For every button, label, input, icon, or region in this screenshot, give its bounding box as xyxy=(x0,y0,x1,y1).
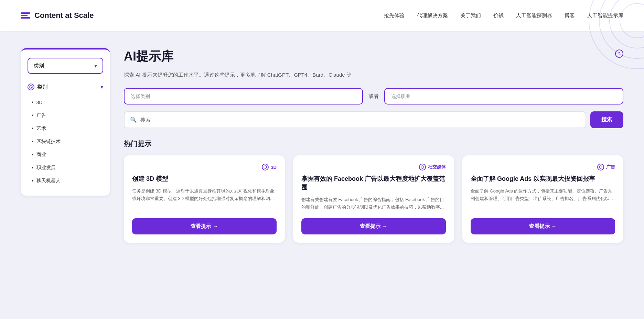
sidebar-item-chatbot[interactable]: 聊天机器人 xyxy=(32,174,103,187)
sidebar-item-career[interactable]: 职业发展 xyxy=(32,161,103,174)
card-3-tag: 广告 xyxy=(471,164,615,170)
card-1-desc: 任务是创建 3D 模型，这对于以逼真且身临其境的方式可视化和模拟对象或环境非常重… xyxy=(132,187,277,211)
nav-about[interactable]: 关于我们 xyxy=(460,12,481,19)
page-title: AI提示库 xyxy=(124,48,173,65)
category-select[interactable]: 选择类别 xyxy=(124,88,363,104)
main-container: 类别 ▾ 类别 ▾ 3D 广告 艺术 区块链技术 商业 职业发展 聊天机 xyxy=(0,31,644,263)
chevron-down-icon: ▾ xyxy=(100,84,103,90)
nav-early-access[interactable]: 抢先体验 xyxy=(384,12,405,19)
card-3: 广告 全面了解 Google Ads 以实现最大投资回报率 全面了解 Googl… xyxy=(462,155,623,243)
sidebar-section-header[interactable]: 类别 ▾ xyxy=(28,81,103,93)
sidebar-dropdown-label: 类别 xyxy=(34,63,44,69)
nav-agency[interactable]: 代理解决方案 xyxy=(417,12,448,19)
logo-text: Content at Scale xyxy=(34,11,94,20)
card-1-tag: 3D xyxy=(132,164,277,170)
card-3-button[interactable]: 查看提示 → xyxy=(471,218,615,234)
svg-point-8 xyxy=(421,166,424,168)
filter-row: 选择类别 或者 选择职业 xyxy=(124,88,623,104)
sidebar-items-list: 3D 广告 艺术 区块链技术 商业 职业发展 聊天机器人 xyxy=(28,93,103,187)
card-2-title: 掌握有效的 Facebook 广告以最大程度地扩大覆盖范围 xyxy=(301,175,446,192)
card-1-tag-icon xyxy=(262,164,269,170)
search-button[interactable]: 搜索 xyxy=(590,111,623,128)
sidebar-item-business[interactable]: 商业 xyxy=(32,148,103,161)
svg-line-6 xyxy=(31,87,32,88)
svg-point-7 xyxy=(264,166,267,168)
search-icon: 🔍 xyxy=(130,117,137,123)
title-row: AI提示库 ? xyxy=(124,48,623,68)
card-2-button[interactable]: 查看提示 → xyxy=(301,218,446,234)
search-input[interactable] xyxy=(140,112,580,128)
filter-divider: 或者 xyxy=(368,93,379,100)
card-2-tag: 社交媒体 xyxy=(301,164,446,170)
sidebar-item-ad[interactable]: 广告 xyxy=(32,109,103,122)
svg-point-9 xyxy=(599,166,602,168)
cards-grid: 3D 创建 3D 模型 任务是创建 3D 模型，这对于以逼真且身临其境的方式可视… xyxy=(124,155,623,243)
sidebar-section: 类别 ▾ 3D 广告 艺术 区块链技术 商业 职业发展 聊天机器人 xyxy=(21,81,110,187)
chevron-down-icon: ▾ xyxy=(94,63,97,69)
sidebar-dropdown[interactable]: 类别 ▾ xyxy=(28,58,103,74)
card-3-title: 全面了解 Google Ads 以实现最大投资回报率 xyxy=(471,175,615,183)
help-icon[interactable]: ? xyxy=(615,50,623,58)
sidebar-item-3d[interactable]: 3D xyxy=(32,96,103,109)
sidebar-section-label: 类别 xyxy=(37,84,47,90)
job-select[interactable]: 选择职业 xyxy=(384,88,623,104)
hot-section-title: 热门提示 xyxy=(124,139,623,148)
search-row: 🔍 搜索 xyxy=(124,111,623,128)
sidebar: 类别 ▾ 类别 ▾ 3D 广告 艺术 区块链技术 商业 职业发展 聊天机 xyxy=(21,48,110,196)
main-nav: 抢先体验 代理解决方案 关于我们 价钱 人工智能探测器 博客 人工智能提示库 xyxy=(384,12,623,19)
nav-price[interactable]: 价钱 xyxy=(493,12,504,19)
card-3-tag-icon xyxy=(597,164,604,170)
sidebar-item-art[interactable]: 艺术 xyxy=(32,122,103,135)
nav-blog[interactable]: 博客 xyxy=(565,12,575,19)
logo: Content at Scale xyxy=(21,11,94,20)
search-input-wrap: 🔍 xyxy=(124,111,586,128)
card-3-desc: 全面了解 Google Ads 的运作方式，包括其主要功能、定位选项、广告系列创… xyxy=(471,187,615,211)
header: Content at Scale 抢先体验 代理解决方案 关于我们 价钱 人工智… xyxy=(0,0,644,31)
card-1: 3D 创建 3D 模型 任务是创建 3D 模型，这对于以逼真且身临其境的方式可视… xyxy=(124,155,285,243)
card-2-desc: 创建有关创建有效 Facebook 广告的综合指南，包括 Facebook 广告… xyxy=(301,196,446,211)
content-area: AI提示库 ? 探索 AI 提示来提升您的工作水平。通过这些提示，更多地了解 C… xyxy=(124,48,623,243)
logo-icon xyxy=(21,12,30,19)
page-subtitle: 探索 AI 提示来提升您的工作水平。通过这些提示，更多地了解 ChatGPT、G… xyxy=(124,72,623,78)
nav-prompts[interactable]: 人工智能提示库 xyxy=(587,12,623,19)
card-1-button[interactable]: 查看提示 → xyxy=(132,218,277,234)
nav-detector[interactable]: 人工智能探测器 xyxy=(516,12,552,19)
card-1-title: 创建 3D 模型 xyxy=(132,175,277,183)
card-2-tag-icon xyxy=(419,164,426,170)
sidebar-item-blockchain[interactable]: 区块链技术 xyxy=(32,135,103,148)
card-2: 社交媒体 掌握有效的 Facebook 广告以最大程度地扩大覆盖范围 创建有关创… xyxy=(293,155,454,243)
category-icon xyxy=(28,84,34,90)
